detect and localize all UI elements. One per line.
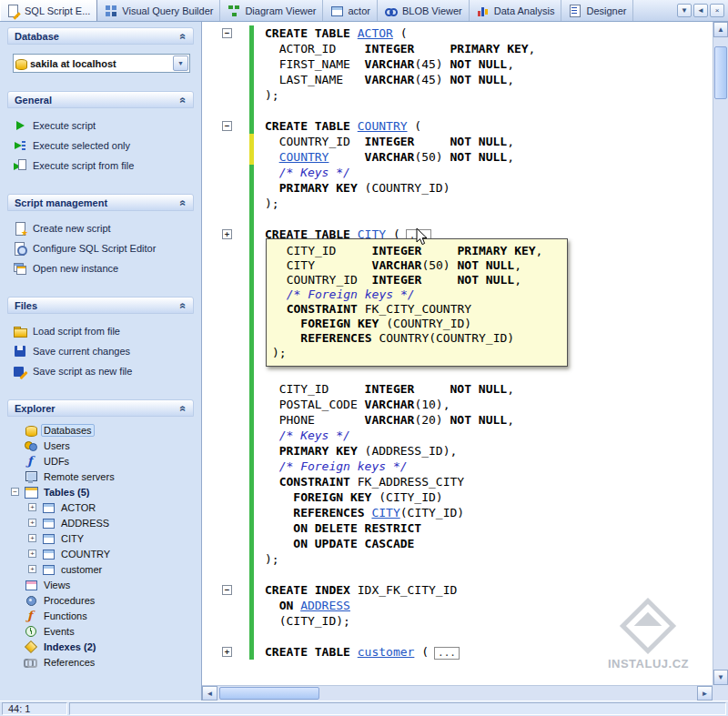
tree-expander-plus-icon[interactable]: +: [28, 503, 36, 511]
code-line[interactable]: [202, 366, 713, 381]
vertical-scrollbar[interactable]: ▲ ▼: [713, 22, 728, 685]
horizontal-scrollbar[interactable]: ◄ ►: [202, 685, 713, 701]
tab-visual-query-builder[interactable]: Visual Query Builder: [97, 0, 220, 21]
window-restore-button[interactable]: ◄: [693, 4, 708, 17]
tree-item-customer[interactable]: +customer: [9, 561, 194, 577]
sidebar-item-execute-script[interactable]: Execute script: [13, 116, 192, 136]
fold-minus-icon[interactable]: −: [222, 585, 232, 595]
code-line[interactable]: POSTAL_CODE VARCHAR(10),: [202, 397, 713, 412]
code-line[interactable]: ACTOR_ID INTEGER PRIMARY KEY,: [202, 41, 713, 56]
section-header-explorer[interactable]: Explorer«: [7, 399, 194, 417]
save-as-icon: [13, 364, 27, 378]
code-line[interactable]: PRIMARY KEY (ADDRESS_ID),: [202, 443, 713, 459]
code-line[interactable]: PRIMARY KEY (COUNTRY_ID): [202, 180, 713, 196]
code-line[interactable]: [202, 103, 713, 118]
tree-item-country[interactable]: +COUNTRY: [9, 546, 194, 561]
tree-item-views[interactable]: Views: [9, 577, 194, 592]
section-header-files[interactable]: Files«: [7, 297, 194, 314]
tree-item-events[interactable]: Events: [9, 623, 194, 639]
database-combo[interactable]: sakila at localhost▼: [13, 54, 190, 73]
tree-item-city[interactable]: +CITY: [9, 530, 194, 546]
code-line[interactable]: [202, 567, 713, 582]
fold-plus-icon[interactable]: +: [222, 229, 232, 239]
tab-diagram-viewer[interactable]: Diagram Viewer: [220, 0, 323, 21]
fold-minus-icon[interactable]: −: [222, 28, 232, 38]
vertical-scroll-track[interactable]: [713, 37, 728, 670]
tab-actor[interactable]: actor: [323, 0, 377, 21]
code-line[interactable]: );: [202, 87, 713, 103]
scrollbar-corner: [713, 685, 728, 701]
section-header-script-management[interactable]: Script management«: [7, 194, 194, 211]
window-menu-button[interactable]: ▼: [677, 4, 692, 17]
tab-blob-viewer[interactable]: BLOB Viewer: [378, 0, 470, 21]
code-line[interactable]: /* Keys */: [202, 165, 713, 180]
code-line[interactable]: LAST_NAME VARCHAR(45) NOT NULL,: [202, 72, 713, 87]
tree-item-references[interactable]: References: [9, 654, 194, 670]
sidebar-item-configure-sql-script-editor[interactable]: Configure SQL Script Editor: [13, 238, 192, 258]
tree-item-indexes-2[interactable]: Indexes (2): [9, 639, 194, 654]
tree-expander-plus-icon[interactable]: +: [28, 565, 36, 573]
horizontal-scroll-thumb[interactable]: [219, 687, 319, 700]
tree-item-udfs[interactable]: UDFs: [9, 453, 194, 469]
code-line[interactable]: CITY_ID INTEGER NOT NULL,: [202, 381, 713, 397]
horizontal-scroll-track[interactable]: [217, 686, 697, 701]
tree-item-remote-servers[interactable]: Remote servers: [9, 469, 194, 484]
scroll-left-button[interactable]: ◄: [202, 686, 217, 701]
collapse-chevron-icon: «: [177, 302, 190, 308]
code-line[interactable]: −CREATE TABLE COUNTRY (: [202, 118, 713, 134]
code-line[interactable]: );: [202, 196, 713, 211]
tab-designer[interactable]: Designer: [561, 0, 633, 21]
code-line[interactable]: /* Keys */: [202, 428, 713, 443]
sidebar-item-execute-script-from-file[interactable]: Execute script from file: [13, 156, 192, 176]
sidebar-item-save-script-as-new-file[interactable]: Save script as new file: [13, 361, 192, 381]
tree-item-actor[interactable]: +ACTOR: [9, 499, 194, 515]
tree-item-procedures[interactable]: Procedures: [9, 592, 194, 608]
code-line[interactable]: −CREATE INDEX IDX_FK_CITY_ID: [202, 582, 713, 598]
sidebar-item-execute-selected-only[interactable]: Execute selected only: [13, 136, 192, 156]
fold-plus-icon[interactable]: +: [222, 647, 232, 657]
window-close-button[interactable]: ×: [710, 4, 724, 17]
scroll-right-button[interactable]: ►: [697, 686, 713, 701]
code-line[interactable]: −CREATE TABLE ACTOR (: [202, 25, 713, 41]
code-line[interactable]: /* Foreign keys */: [202, 459, 713, 474]
scroll-up-button[interactable]: ▲: [713, 22, 728, 37]
code-line[interactable]: );: [202, 551, 713, 567]
combo-dropdown-button[interactable]: ▼: [173, 55, 188, 71]
vertical-scroll-thumb[interactable]: [714, 46, 727, 99]
tree-expander-plus-icon[interactable]: +: [28, 534, 36, 542]
tree-item-label: customer: [58, 564, 105, 575]
collapse-chevron-icon: «: [177, 199, 190, 206]
sidebar-item-load-script-from-file[interactable]: Load script from file: [13, 321, 192, 341]
code-line[interactable]: PHONE VARCHAR(20) NOT NULL,: [202, 412, 713, 428]
code-line[interactable]: COUNTRY VARCHAR(50) NOT NULL,: [202, 149, 713, 165]
sidebar-item-label: Open new instance: [33, 263, 118, 274]
section-header-database[interactable]: Database«: [7, 27, 194, 45]
code-line[interactable]: REFERENCES CITY(CITY_ID): [202, 505, 713, 520]
code-line[interactable]: FIRST_NAME VARCHAR(45) NOT NULL,: [202, 56, 713, 72]
sidebar-item-create-new-script[interactable]: Create new script: [13, 218, 192, 238]
sidebar-item-open-new-instance[interactable]: Open new instance: [13, 258, 192, 278]
code-line[interactable]: FOREIGN KEY (CITY_ID): [202, 489, 713, 505]
code-line[interactable]: COUNTRY_ID INTEGER NOT NULL,: [202, 134, 713, 149]
tab-sql-script-e[interactable]: SQL Script E...: [0, 0, 97, 21]
tab-data-analysis[interactable]: Data Analysis: [470, 0, 562, 21]
tree-item-databases[interactable]: Databases: [9, 422, 194, 438]
section-header-general[interactable]: General«: [7, 91, 194, 108]
tree-expander-minus-icon[interactable]: −: [11, 488, 19, 496]
tree-item-address[interactable]: +ADDRESS: [9, 515, 194, 530]
tree-expander-plus-icon[interactable]: +: [28, 519, 36, 527]
tree-item-users[interactable]: Users: [9, 438, 194, 453]
code-line[interactable]: CONSTRAINT FK_ADDRESS_CITY: [202, 474, 713, 489]
code-line[interactable]: ON DELETE RESTRICT: [202, 520, 713, 536]
sidebar-item-save-current-changes[interactable]: Save current changes: [13, 341, 192, 361]
code-editor[interactable]: −CREATE TABLE ACTOR ( ACTOR_ID INTEGER P…: [202, 22, 713, 685]
fold-ellipsis[interactable]: ...: [434, 647, 460, 660]
tree-item-functions[interactable]: Functions: [9, 608, 194, 623]
scroll-down-button[interactable]: ▼: [713, 670, 728, 685]
tree-expander-plus-icon[interactable]: +: [28, 550, 36, 558]
section-files: Files«Load script from fileSave current …: [7, 297, 194, 383]
fold-minus-icon[interactable]: −: [222, 121, 232, 131]
code-line[interactable]: ON UPDATE CASCADE: [202, 536, 713, 551]
tree-item-tables-5[interactable]: −Tables (5): [9, 484, 194, 499]
code-line[interactable]: [202, 211, 713, 227]
